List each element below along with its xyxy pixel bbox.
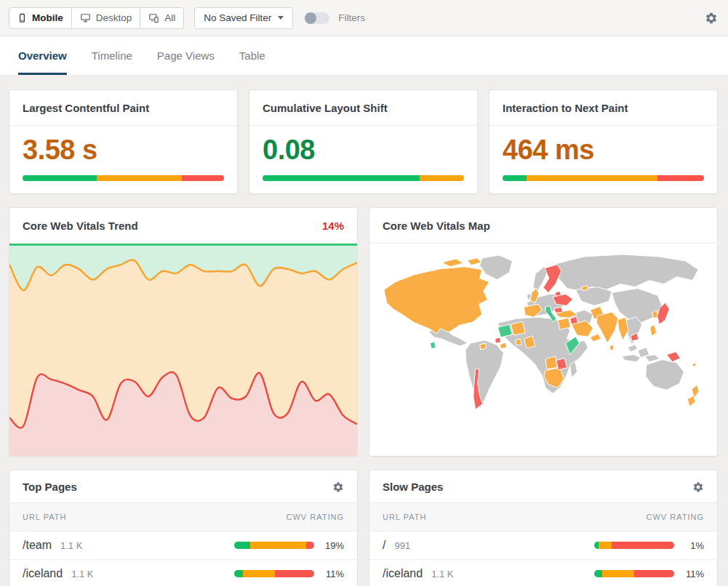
page-view-count: 1.1 K [71,569,93,579]
cwv-rating-percent: 11% [681,569,704,579]
device-button-desktop[interactable]: Desktop [71,7,141,29]
column-header-url-path: URL PATH [23,513,66,521]
table-settings-gear-icon[interactable] [692,481,704,493]
table-settings-gear-icon[interactable] [332,481,344,493]
tab-overview[interactable]: Overview [18,36,67,75]
cwv-rating-percent: 19% [321,540,344,551]
cwv-map-card: Core Web Vitals Map [369,207,718,457]
column-header-cwv-rating: CWV RATING [287,513,344,521]
page-view-count: 1.1 K [431,569,453,579]
table-title: Top Pages [23,481,77,493]
device-button-label: Mobile [32,12,63,23]
tab-table[interactable]: Table [239,36,265,75]
mobile-phone-icon [17,13,27,23]
cwv-trend-card: Core Web Vitals Trend 14% [9,207,358,457]
cwv-trend-chart [9,244,357,456]
metric-card-title: Interaction to Next Paint [503,102,628,114]
tab-page-views[interactable]: Page Views [157,36,215,75]
main-content: Largest Contentful Paint 3.58 s Cumulati… [0,76,728,586]
settings-gear-icon[interactable] [705,12,718,25]
device-button-mobile[interactable]: Mobile [9,7,72,29]
map-card-title: Core Web Vitals Map [383,220,490,232]
cwv-rating-bar [234,570,314,577]
table-row[interactable]: /team 1.1 K 19% [9,531,357,560]
desktop-monitor-icon [80,13,91,23]
cwv-rating-percent: 1% [681,540,704,551]
device-button-all[interactable]: All [140,7,184,29]
cwv-rating-bar [594,542,674,549]
table-row[interactable]: /iceland 1.1 K 11% [9,560,357,586]
metric-value: 0.08 [263,135,464,166]
table-row[interactable]: / 991 1% [369,531,717,560]
cwv-rating-bar [503,175,704,181]
all-devices-icon [148,13,159,23]
trend-card-title: Core Web Vitals Trend [23,220,138,232]
tab-timeline[interactable]: Timeline [92,36,132,75]
slow-pages-card: Slow Pages URL PATH CWV RATING / 991 1% [369,470,718,586]
charts-row: Core Web Vitals Trend 14% Core Web Vital… [9,207,718,457]
url-path: /iceland [23,567,63,580]
saved-filter-dropdown[interactable]: No Saved Filter [194,7,293,29]
url-path: / [383,539,385,552]
metric-card-lcp: Largest Contentful Paint 3.58 s [9,89,238,194]
metric-card-cls: Cumulative Layout Shift 0.08 [249,89,478,194]
cwv-rating-bar [594,570,674,577]
filters-toggle[interactable] [305,12,329,24]
cwv-rating-bar [23,175,224,181]
metric-cards-row: Largest Contentful Paint 3.58 s Cumulati… [9,89,718,194]
saved-filter-label: No Saved Filter [204,12,271,23]
tab-bar: Overview Timeline Page Views Table [0,36,728,76]
chevron-down-icon [278,16,284,20]
url-path: /iceland [383,567,423,580]
metric-card-title: Cumulative Layout Shift [263,102,388,114]
cwv-rating-bar [263,175,464,181]
table-row[interactable]: /iceland 1.1 K 11% [369,560,717,586]
page-view-count: 991 [394,540,410,551]
metric-card-inp: Interaction to Next Paint 464 ms [489,89,718,194]
top-toolbar: Mobile Desktop All No Saved Filter Filte… [0,0,728,36]
column-header-cwv-rating: CWV RATING [647,513,704,521]
toggle-knob [305,12,316,24]
metric-value: 464 ms [503,135,704,166]
filters-toggle-group: Filters [305,12,365,24]
table-title: Slow Pages [383,481,443,493]
url-path: /team [23,539,52,552]
metric-card-title: Largest Contentful Paint [23,102,149,114]
world-map [369,244,717,456]
device-button-label: Desktop [96,12,132,23]
cwv-rating-bar [234,542,314,549]
filters-toggle-label: Filters [338,12,365,23]
tables-row: Top Pages URL PATH CWV RATING /team 1.1 … [9,470,718,586]
top-pages-card: Top Pages URL PATH CWV RATING /team 1.1 … [9,470,358,586]
cwv-rating-percent: 11% [321,569,344,579]
device-button-label: All [164,12,175,23]
page-view-count: 1.1 K [60,540,82,551]
metric-value: 3.58 s [23,135,224,166]
trend-poor-percentage-badge: 14% [322,220,344,232]
column-header-url-path: URL PATH [383,513,426,521]
device-segmented-control: Mobile Desktop All [9,7,184,29]
